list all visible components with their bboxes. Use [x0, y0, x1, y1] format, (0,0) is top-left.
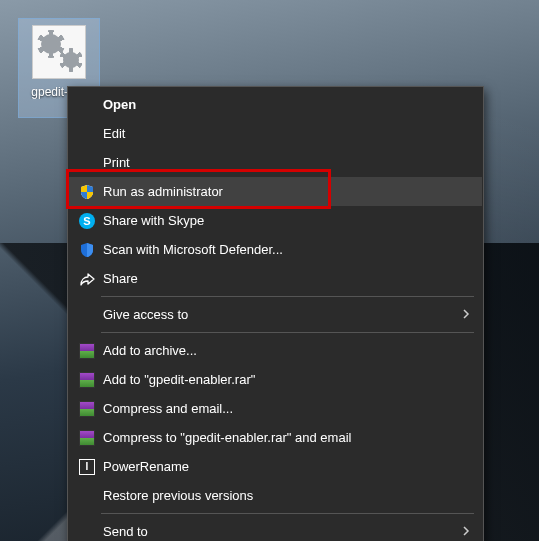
- menu-compress-and-email[interactable]: Compress and email...: [69, 394, 482, 423]
- blank-icon: [75, 153, 99, 173]
- menu-print[interactable]: Print: [69, 148, 482, 177]
- menu-scan-defender[interactable]: Scan with Microsoft Defender...: [69, 235, 482, 264]
- menu-give-access-to[interactable]: Give access to: [69, 300, 482, 329]
- powerrename-icon: I: [75, 457, 99, 477]
- blank-icon: [75, 486, 99, 506]
- chevron-right-icon: [458, 524, 470, 539]
- menu-share-label: Share: [99, 271, 470, 286]
- menu-separator: [101, 513, 474, 514]
- menu-run-as-administrator[interactable]: Run as administrator: [69, 177, 482, 206]
- winrar-icon: [75, 399, 99, 419]
- menu-give-access-to-label: Give access to: [99, 307, 458, 322]
- menu-share[interactable]: Share: [69, 264, 482, 293]
- blank-icon: [75, 124, 99, 144]
- blank-icon: [75, 522, 99, 542]
- menu-power-rename[interactable]: I PowerRename: [69, 452, 482, 481]
- menu-edit[interactable]: Edit: [69, 119, 482, 148]
- menu-compress-and-email-label: Compress and email...: [99, 401, 470, 416]
- batch-file-icon: [32, 25, 86, 79]
- menu-add-to-named-rar-label: Add to "gpedit-enabler.rar": [99, 372, 470, 387]
- defender-shield-icon: [75, 240, 99, 260]
- menu-run-as-administrator-label: Run as administrator: [99, 184, 470, 199]
- menu-add-to-named-rar[interactable]: Add to "gpedit-enabler.rar": [69, 365, 482, 394]
- menu-share-with-skype-label: Share with Skype: [99, 213, 470, 228]
- context-menu: Open Edit Print Run as administrator S: [67, 86, 484, 541]
- winrar-icon: [75, 370, 99, 390]
- menu-add-to-archive-label: Add to archive...: [99, 343, 470, 358]
- menu-open-label: Open: [99, 97, 470, 112]
- menu-compress-named-and-email[interactable]: Compress to "gpedit-enabler.rar" and ema…: [69, 423, 482, 452]
- winrar-icon: [75, 428, 99, 448]
- menu-open[interactable]: Open: [69, 90, 482, 119]
- blank-icon: [75, 305, 99, 325]
- chevron-right-icon: [458, 307, 470, 322]
- blank-icon: [75, 95, 99, 115]
- menu-print-label: Print: [99, 155, 470, 170]
- share-arrow-icon: [75, 269, 99, 289]
- skype-icon: S: [75, 211, 99, 231]
- menu-scan-defender-label: Scan with Microsoft Defender...: [99, 242, 470, 257]
- menu-restore-previous-versions-label: Restore previous versions: [99, 488, 470, 503]
- menu-restore-previous-versions[interactable]: Restore previous versions: [69, 481, 482, 510]
- menu-power-rename-label: PowerRename: [99, 459, 470, 474]
- menu-separator: [101, 296, 474, 297]
- uac-shield-icon: [75, 182, 99, 202]
- menu-share-with-skype[interactable]: S Share with Skype: [69, 206, 482, 235]
- menu-add-to-archive[interactable]: Add to archive...: [69, 336, 482, 365]
- menu-separator: [101, 332, 474, 333]
- menu-edit-label: Edit: [99, 126, 470, 141]
- menu-send-to-label: Send to: [99, 524, 458, 539]
- menu-send-to[interactable]: Send to: [69, 517, 482, 541]
- menu-compress-named-and-email-label: Compress to "gpedit-enabler.rar" and ema…: [99, 430, 470, 445]
- winrar-icon: [75, 341, 99, 361]
